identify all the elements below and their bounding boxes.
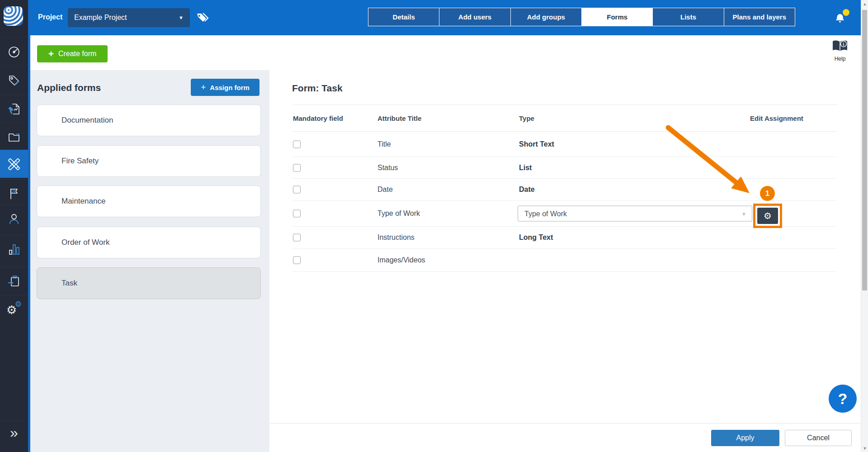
type-of-work-dropdown[interactable]: Type of Work ▼ xyxy=(518,206,752,222)
folder-icon xyxy=(7,130,21,144)
sidebar-item-documents[interactable] xyxy=(0,123,28,151)
attributes-table: Mandatory field Attribute Title Type Edi… xyxy=(292,105,837,272)
table-row-instructions: Instructions Long Text xyxy=(292,227,837,249)
tab-forms[interactable]: Forms xyxy=(581,8,652,26)
help-label: Help xyxy=(826,56,854,62)
annotation-step-badge: 1 xyxy=(760,186,775,201)
ruler-pencil-icon xyxy=(7,157,21,171)
gear-icon: ⚙ xyxy=(764,210,772,221)
create-form-label: Create form xyxy=(58,50,96,58)
sidebar-item-tags[interactable] xyxy=(0,65,28,93)
tab-plans-and-layers[interactable]: Plans and layers xyxy=(724,8,795,26)
form-card-maintenance[interactable]: Maintenance xyxy=(37,186,261,217)
project-selector-value: Example Project xyxy=(74,14,127,22)
caret-down-icon: ▼ xyxy=(741,211,746,216)
col-header-mandatory: Mandatory field xyxy=(293,114,343,122)
table-row-title: Title Short Text xyxy=(292,132,837,157)
mandatory-checkbox[interactable] xyxy=(293,257,301,264)
tab-add-groups[interactable]: Add groups xyxy=(510,8,581,26)
form-detail-title: Form: Task xyxy=(292,83,343,94)
attribute-cell: Images/Videos xyxy=(377,256,425,264)
project-tabs: Details Add users Add groups Forms Lists… xyxy=(368,8,795,26)
sidebar-item-settings[interactable]: ⚙ ⚙ xyxy=(0,295,28,323)
table-header-row: Mandatory field Attribute Title Type Edi… xyxy=(292,105,837,132)
project-label: Project xyxy=(38,13,62,21)
app-logo-icon[interactable] xyxy=(4,6,23,26)
gears-icon: ⚙ ⚙ xyxy=(6,302,22,317)
caret-down-icon: ▼ xyxy=(179,15,184,20)
attribute-cell: Instructions xyxy=(377,233,415,242)
notification-badge xyxy=(843,9,849,16)
col-header-attribute: Attribute Title xyxy=(377,114,421,122)
scroll-up-button[interactable]: ▲ xyxy=(861,0,868,8)
col-header-type: Type xyxy=(519,114,534,122)
mandatory-checkbox[interactable] xyxy=(293,164,301,171)
footer-divider xyxy=(269,423,861,423)
sidebar: ⚙ ⚙ » xyxy=(0,0,28,452)
mandatory-checkbox[interactable] xyxy=(293,186,301,194)
scrollbar-thumb[interactable] xyxy=(862,10,867,290)
bar-chart-icon xyxy=(7,243,21,256)
scroll-down-button[interactable]: ▼ xyxy=(861,444,868,452)
plus-icon: + xyxy=(48,49,54,58)
tag-icon xyxy=(7,73,21,86)
mandatory-checkbox[interactable] xyxy=(293,234,301,242)
sidebar-item-dashboard[interactable] xyxy=(0,37,28,65)
project-tags-button[interactable] xyxy=(196,12,209,25)
type-cell: Short Text xyxy=(519,140,554,148)
cancel-button[interactable]: Cancel xyxy=(785,430,852,446)
report-hammer-icon xyxy=(7,102,21,116)
table-row-type-of-work: Type of Work Type of Work ▼ ⚙ xyxy=(292,201,837,227)
type-cell: Long Text xyxy=(519,233,553,242)
scroll-down-icon: ▼ xyxy=(863,446,867,451)
floating-help-button[interactable]: ? xyxy=(829,385,857,413)
col-header-edit-assignment: Edit Assignment xyxy=(750,114,803,122)
type-of-work-dropdown-value: Type of Work xyxy=(524,209,567,218)
svg-text:i: i xyxy=(843,42,844,47)
type-cell: Date xyxy=(519,186,535,194)
clipboard-transfer-icon xyxy=(7,274,21,288)
question-mark-icon: ? xyxy=(838,390,848,408)
table-row-date: Date Date xyxy=(292,179,837,201)
form-card-fire-safety[interactable]: Fire Safety xyxy=(37,145,261,177)
double-chevron-right-icon: » xyxy=(10,424,18,441)
attribute-cell: Title xyxy=(377,140,391,148)
form-card-order-of-work[interactable]: Order of Work xyxy=(37,227,261,258)
assign-form-button[interactable]: + Assign form xyxy=(191,79,259,96)
person-icon xyxy=(7,212,21,226)
sidebar-item-statistics[interactable] xyxy=(0,235,28,263)
notifications-button[interactable] xyxy=(834,12,848,25)
attribute-cell: Status xyxy=(377,164,398,172)
mandatory-checkbox[interactable] xyxy=(293,140,301,148)
sidebar-item-reports[interactable] xyxy=(0,95,28,123)
app-root: { "icons": { "plus": "+", "caret_down": … xyxy=(0,0,868,452)
tab-add-users[interactable]: Add users xyxy=(439,8,510,26)
form-card-documentation[interactable]: Documentation xyxy=(37,105,261,136)
sidebar-accent-line xyxy=(28,0,30,452)
form-card-task[interactable]: Task xyxy=(37,267,261,299)
sidebar-item-users[interactable] xyxy=(0,205,28,233)
applied-forms-panel: Applied forms + Assign form Documentatio… xyxy=(30,70,269,452)
page-scrollbar[interactable]: ▲ ▼ xyxy=(861,0,868,452)
tab-lists[interactable]: Lists xyxy=(652,8,723,26)
edit-assignment-gear-button[interactable]: ⚙ xyxy=(757,208,778,224)
sidebar-item-transfer[interactable] xyxy=(0,266,28,295)
attribute-cell: Date xyxy=(377,186,393,194)
plus-icon: + xyxy=(201,83,206,91)
tab-details[interactable]: Details xyxy=(368,8,439,26)
tags-icon xyxy=(196,12,209,24)
annotation-highlight-frame: ⚙ xyxy=(753,204,782,228)
table-row-status: Status List xyxy=(292,157,837,179)
table-row-images-videos: Images/Videos xyxy=(292,249,837,272)
sidebar-item-flags[interactable] xyxy=(0,179,28,207)
apply-button[interactable]: Apply xyxy=(711,430,779,446)
mandatory-checkbox[interactable] xyxy=(293,210,301,218)
sidebar-item-forms-tools[interactable] xyxy=(0,150,28,178)
flag-icon xyxy=(7,187,21,200)
create-form-button[interactable]: + Create form xyxy=(37,45,108,62)
assign-form-label: Assign form xyxy=(210,84,250,91)
project-selector[interactable]: Example Project ▼ xyxy=(68,8,190,27)
sidebar-collapse-button[interactable]: » xyxy=(0,421,28,444)
help-widget[interactable]: i Help xyxy=(826,39,854,62)
type-cell: List xyxy=(519,164,532,172)
